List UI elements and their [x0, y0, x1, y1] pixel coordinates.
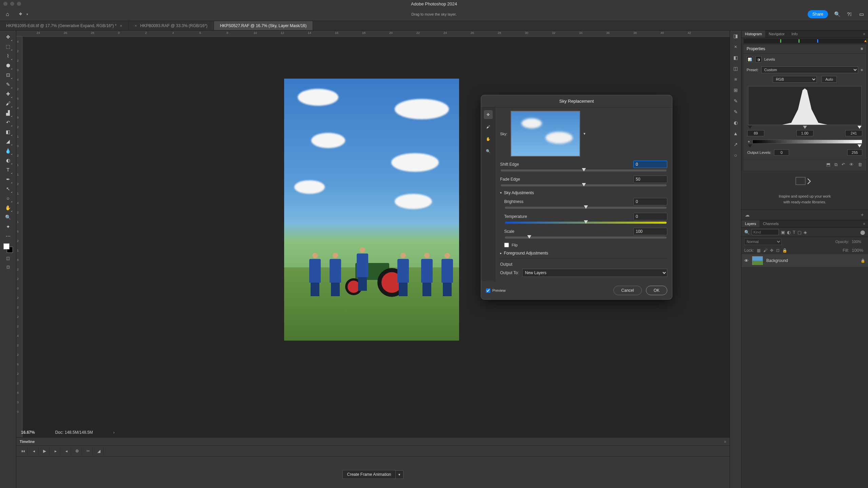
tab-layers[interactable]: Layers [742, 220, 760, 227]
mask-icon[interactable]: ◑ [755, 56, 762, 62]
shift-edge-input[interactable] [633, 161, 667, 168]
create-frame-animation-button[interactable]: Create Frame Animation [342, 470, 395, 479]
magic-tool-icon[interactable]: ✦ [4, 222, 13, 231]
blend-mode-select[interactable]: Normal [744, 238, 782, 245]
move-tool-icon[interactable]: ✥ [16, 10, 24, 18]
chevron-right-icon[interactable]: › [113, 430, 115, 435]
scale-slider[interactable] [505, 237, 667, 239]
ok-button[interactable]: OK [646, 286, 667, 295]
zoom-tool-icon[interactable]: 🔍 [4, 213, 13, 222]
panel-icon[interactable]: ▲ [733, 131, 738, 136]
trash-icon[interactable]: 🗑 [858, 162, 862, 167]
panel-icon[interactable]: ◨ [733, 33, 738, 39]
lock-artboard-icon[interactable]: ⊡ [776, 248, 780, 253]
temperature-input[interactable] [633, 213, 667, 220]
tool-preset-dropdown[interactable]: ▾ [26, 13, 28, 16]
output-white-input[interactable] [847, 149, 862, 156]
create-frame-dropdown[interactable]: ▾ [396, 470, 403, 479]
foreground-color[interactable] [3, 243, 9, 249]
auto-button[interactable]: Auto [822, 76, 837, 83]
output-to-select[interactable]: New Layers [522, 269, 667, 277]
eyedropper-tool-icon[interactable]: ✎ [4, 80, 13, 89]
color-swatches[interactable] [3, 243, 13, 253]
panel-icon[interactable]: ≡ [734, 77, 737, 82]
panel-icon[interactable]: ◧ [733, 55, 738, 60]
blur-tool-icon[interactable]: 💧 [4, 146, 13, 155]
shift-edge-slider[interactable] [501, 169, 667, 171]
settings-icon[interactable]: ⚙ [73, 447, 82, 455]
tab-info[interactable]: Info [788, 30, 801, 38]
foreground-adjustments-header[interactable]: ▸ Foreground Adjustments [500, 251, 667, 256]
last-frame-icon[interactable]: ◂ [62, 447, 71, 455]
zoom-level[interactable]: 16.67% [21, 430, 35, 435]
dodge-tool-icon[interactable]: ◐ [4, 156, 13, 165]
tab-histogram[interactable]: Histogram [742, 30, 765, 38]
zoom-window-icon[interactable] [17, 2, 21, 6]
fade-edge-slider[interactable] [501, 184, 667, 186]
preview-checkbox[interactable] [486, 288, 490, 293]
close-window-icon[interactable] [3, 2, 7, 6]
temperature-slider[interactable] [505, 222, 667, 224]
tab-navigator[interactable]: Navigator [765, 30, 788, 38]
panel-icon[interactable]: ✎ [734, 98, 738, 104]
document-canvas[interactable] [284, 79, 459, 341]
transition-icon[interactable]: ◢ [94, 447, 104, 455]
document-tab[interactable]: × HKPB0093.RAF @ 33.3% (RGB/16*) [129, 21, 214, 30]
panel-menu-icon[interactable]: ≡ [861, 30, 868, 38]
stamp-tool-icon[interactable]: ▟ [4, 108, 13, 117]
pen-tool-icon[interactable]: ✒ [4, 175, 13, 184]
reset-icon[interactable]: ↶ [842, 162, 845, 167]
filter-smart-icon[interactable]: ◈ [804, 230, 807, 235]
panel-menu-icon[interactable]: ≡ [861, 220, 868, 227]
close-icon[interactable]: × [135, 24, 137, 28]
marquee-tool-icon[interactable]: ⬚ [4, 42, 13, 51]
filter-pixel-icon[interactable]: ▣ [781, 230, 785, 235]
lasso-tool-icon[interactable]: ⌇ [4, 52, 13, 60]
sky-brush-tool-icon[interactable]: 🖌 [484, 122, 493, 131]
close-icon[interactable]: × [120, 24, 122, 28]
white-point-slider[interactable] [857, 126, 862, 129]
lock-all-icon[interactable]: 🔒 [782, 248, 787, 253]
filter-adjust-icon[interactable]: ◐ [787, 230, 791, 235]
panel-icon[interactable]: ○ [734, 152, 737, 158]
brush-tool-icon[interactable]: 🖌 [4, 99, 13, 108]
flip-checkbox[interactable] [504, 243, 509, 247]
output-black-input[interactable] [774, 149, 789, 156]
crop-tool-icon[interactable]: ⊡ [4, 70, 13, 79]
eraser-tool-icon[interactable]: ◧ [4, 127, 13, 136]
fill-input[interactable] [852, 248, 865, 253]
search-icon[interactable]: 🔍 [744, 230, 750, 235]
fade-edge-input[interactable] [633, 176, 667, 183]
next-frame-icon[interactable]: ▸ [51, 447, 60, 455]
black-point-slider[interactable] [748, 126, 752, 129]
output-gradient[interactable] [752, 140, 862, 144]
cancel-button[interactable]: Cancel [613, 286, 642, 295]
levels-histogram[interactable] [748, 86, 862, 125]
mid-input[interactable] [796, 130, 813, 136]
close-icon[interactable]: × [734, 44, 737, 49]
window-controls[interactable] [0, 2, 21, 6]
sky-thumbnail[interactable] [511, 111, 580, 157]
clip-icon[interactable]: ⬒ [826, 162, 830, 167]
scale-input[interactable] [633, 228, 667, 235]
search-icon[interactable]: 🔍 [834, 11, 840, 17]
move-sky-tool-icon[interactable]: ✥ [484, 110, 493, 119]
help-icon[interactable]: ?⃝ [846, 11, 852, 17]
panel-menu-icon[interactable]: ≡ [861, 68, 863, 72]
workspace-icon[interactable]: ▭ [859, 11, 865, 17]
output-white-slider[interactable] [857, 144, 862, 147]
panel-icon[interactable]: ↗ [734, 142, 738, 147]
lock-position-icon[interactable]: ✥ [770, 248, 773, 253]
zoom-tool-icon[interactable]: 🔍 [484, 147, 493, 156]
hand-tool-icon[interactable]: ✋ [484, 135, 493, 143]
timeline-label[interactable]: Timeline [20, 440, 35, 444]
prev-frame-icon[interactable]: ◂ [29, 447, 39, 455]
shape-tool-icon[interactable]: ○ [4, 194, 13, 203]
brightness-input[interactable] [633, 198, 667, 205]
channel-select[interactable]: RGB [773, 76, 817, 83]
add-icon[interactable]: ＋ [860, 212, 865, 218]
panel-menu-icon[interactable]: ≡ [724, 440, 726, 444]
panel-icon[interactable]: ◫ [733, 66, 738, 71]
document-tab-active[interactable]: HKPS0527.RAF @ 16.7% (Sky, Layer Mask/16… [214, 21, 313, 30]
layer-thumbnail[interactable] [752, 256, 763, 265]
